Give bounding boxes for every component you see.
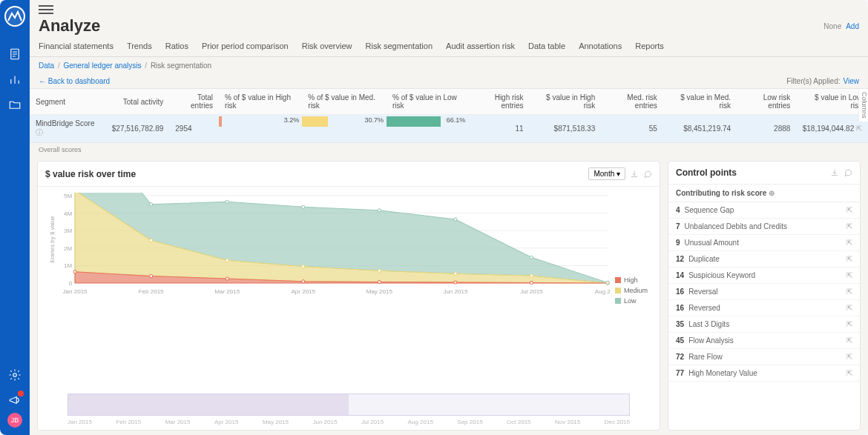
svg-point-40 (378, 209, 381, 212)
cp-item[interactable]: 4Sequence Gap⇱ (668, 202, 860, 219)
tab-audit-assertion-risk[interactable]: Audit assertion risk (446, 41, 515, 56)
col-header[interactable]: Med. risk entries (601, 89, 663, 115)
minimap[interactable] (68, 394, 630, 416)
tab-risk-overview[interactable]: Risk overview (302, 41, 352, 56)
minimap-tick: Jun 2015 (312, 419, 337, 425)
legend: High Medium Low (615, 193, 652, 388)
svg-point-30 (226, 259, 228, 262)
col-header[interactable]: Total activity (106, 89, 170, 115)
avatar[interactable]: JB (7, 413, 22, 428)
cp-item[interactable]: 7Unbalanced Debits and Credits⇱ (668, 219, 860, 235)
minimap-tick: Sep 2015 (457, 419, 482, 425)
comment-icon[interactable] (643, 170, 652, 179)
comment-icon[interactable] (844, 168, 852, 177)
back-to-dashboard[interactable]: ← Back to dashboard (39, 77, 110, 85)
chart-panel: $ value risk over time Month ▾ 01M2M3M4M… (37, 161, 660, 431)
col-header[interactable]: % of $ value in Med. risk (302, 89, 387, 115)
svg-point-20 (73, 270, 76, 273)
crumb-gla[interactable]: General ledger analysis (63, 62, 141, 70)
menu-icon[interactable] (39, 3, 53, 16)
chart-title: $ value risk over time (45, 169, 136, 179)
svg-text:Jan 2015: Jan 2015 (63, 288, 88, 295)
cp-title: Control points (676, 167, 737, 178)
folder-icon[interactable] (0, 92, 30, 117)
page-title: Analyze (39, 16, 100, 36)
minimap-tick: Oct 2015 (507, 419, 530, 425)
period-dropdown[interactable]: Month ▾ (588, 167, 625, 180)
open-icon[interactable]: ⇱ (846, 304, 852, 312)
svg-point-23 (302, 280, 305, 283)
col-header[interactable]: % of $ value in High risk (219, 89, 302, 115)
cp-item[interactable]: 16Reversed⇱ (668, 300, 860, 316)
add-filter[interactable]: NoneAdd (823, 22, 859, 30)
download-icon[interactable] (630, 170, 639, 179)
svg-point-24 (378, 281, 381, 284)
svg-point-29 (150, 239, 153, 242)
cp-item[interactable]: 12Duplicate⇱ (668, 251, 860, 268)
tab-financial-statements[interactable]: Financial statements (39, 41, 114, 56)
control-points-panel: Control points Contributing to risk scor… (668, 161, 861, 431)
tab-annotations[interactable]: Annotations (579, 41, 622, 56)
svg-text:Entries by $ value: Entries by $ value (49, 216, 56, 263)
announce-icon[interactable] (0, 388, 30, 413)
columns-toggle[interactable]: Columns (858, 89, 868, 122)
open-icon[interactable]: ⇱ (846, 239, 852, 247)
svg-text:4M: 4M (64, 210, 72, 217)
cp-item[interactable]: 14Suspicious Keyword⇱ (668, 268, 860, 284)
open-icon[interactable]: ⇱ (846, 271, 852, 279)
download-icon[interactable] (830, 168, 839, 177)
cp-item[interactable]: 45Flow Analysis⇱ (668, 333, 860, 349)
col-header[interactable]: Total entries (169, 89, 219, 115)
area-chart[interactable]: 01M2M3M4M5MJan 2015Feb 2015Mar 2015Apr 2… (45, 193, 611, 296)
tab-trends[interactable]: Trends (127, 41, 152, 56)
minimap-tick: May 2015 (263, 419, 289, 425)
tab-ratios[interactable]: Ratios (165, 41, 188, 56)
tab-risk-segmentation[interactable]: Risk segmentation (366, 41, 433, 56)
col-header[interactable]: Segment (30, 89, 106, 115)
cp-item[interactable]: 35Last 3 Digits⇱ (668, 316, 860, 333)
cp-item[interactable]: 72Rare Flow⇱ (668, 349, 860, 365)
col-header[interactable]: $ value in Med. risk (663, 89, 737, 115)
tab-reports[interactable]: Reports (635, 41, 664, 56)
open-icon[interactable]: ⇱ (846, 206, 852, 214)
info-icon[interactable]: ⓘ (36, 128, 43, 136)
tab-prior-period-comparison[interactable]: Prior period comparison (202, 41, 289, 56)
chart-icon[interactable] (0, 67, 30, 92)
open-icon[interactable]: ⇱ (846, 288, 852, 296)
svg-text:Feb 2015: Feb 2015 (139, 288, 164, 295)
open-row-icon[interactable]: ⇱ (856, 124, 862, 133)
svg-text:Aug 2015: Aug 2015 (595, 288, 611, 295)
cp-item[interactable]: 16Reversal⇱ (668, 284, 860, 300)
view-filters[interactable]: View (844, 77, 860, 85)
svg-text:Jun 2015: Jun 2015 (443, 288, 468, 295)
breadcrumb: Data / General ledger analysis / Risk se… (30, 57, 868, 74)
table-row[interactable]: MindBridge Score ⓘ $27,516,782.89 2954 3… (30, 115, 868, 143)
col-header[interactable]: High risk entries (468, 89, 529, 115)
minimap-tick: Aug 2015 (408, 419, 433, 425)
col-header[interactable]: Low risk entries (737, 89, 796, 115)
svg-text:1M: 1M (64, 262, 72, 269)
svg-point-31 (302, 265, 305, 268)
crumb-data[interactable]: Data (39, 62, 54, 70)
open-icon[interactable]: ⇱ (846, 255, 852, 263)
tab-data-table[interactable]: Data table (528, 41, 565, 56)
logo[interactable] (4, 6, 25, 27)
minimap-tick: Nov 2015 (555, 419, 580, 425)
open-icon[interactable]: ⇱ (846, 369, 852, 377)
doc-icon[interactable] (0, 41, 30, 67)
col-header[interactable]: % of $ value in Low risk (387, 89, 468, 115)
col-header[interactable]: $ value in Low risk (796, 89, 868, 115)
open-icon[interactable]: ⇱ (846, 353, 852, 361)
col-header[interactable]: $ value in High risk (530, 89, 602, 115)
open-icon[interactable]: ⇱ (846, 320, 852, 328)
open-icon[interactable]: ⇱ (846, 336, 852, 345)
cp-item[interactable]: 77High Monetary Value⇱ (668, 365, 860, 382)
cp-section-header: Contributing to risk score ⊕ (668, 185, 860, 202)
minimap-tick: Apr 2015 (214, 419, 238, 425)
settings-icon[interactable] (0, 362, 30, 388)
cp-item[interactable]: 9Unusual Amount⇱ (668, 235, 860, 251)
minimap-tick: Mar 2015 (165, 419, 191, 425)
svg-point-25 (454, 281, 457, 284)
svg-text:2M: 2M (64, 245, 72, 252)
open-icon[interactable]: ⇱ (846, 222, 852, 230)
